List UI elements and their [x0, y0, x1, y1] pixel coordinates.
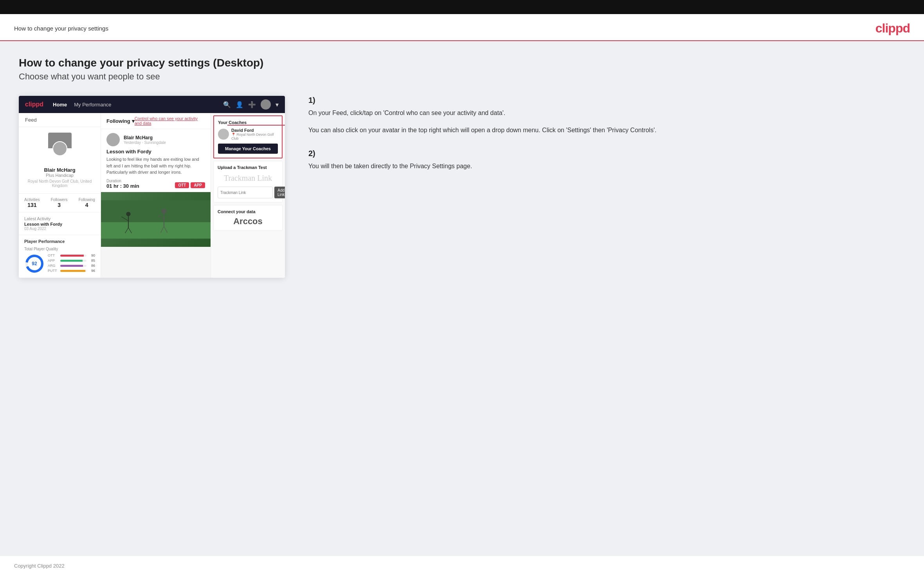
svg-point-5 — [126, 212, 130, 216]
svg-text:92: 92 — [32, 261, 37, 266]
bar-arg: ARG 86 — [48, 264, 95, 268]
stat-following-value: 4 — [79, 202, 95, 208]
instructions: 1) On your Feed, click/tap on 'Control w… — [301, 96, 905, 185]
site-footer: Copyright Clippd 2022 — [0, 555, 924, 576]
coaches-section: Your Coaches David Ford 📍 Royal North De… — [213, 115, 283, 158]
stat-activities-label: Activities — [24, 198, 40, 202]
quality-row: 92 OTT 90 APP — [24, 253, 95, 274]
profile-club: Royal North Devon Golf Club, United King… — [24, 179, 95, 188]
stat-activities: Activities 131 — [24, 198, 40, 208]
feed-header: Following ▾ Control who can see your act… — [101, 113, 211, 129]
svg-point-10 — [162, 209, 167, 214]
instruction-step2: 2) You will then be taken directly to th… — [308, 149, 905, 171]
nav-home[interactable]: Home — [53, 102, 67, 108]
breadcrumb: How to change your privacy settings — [14, 25, 108, 32]
latest-activity-name: Lesson with Fordy — [24, 222, 95, 226]
trackman-input-row: Add Link — [218, 187, 278, 198]
post-duration: Duration 01 hr : 30 min OTT APP — [101, 179, 211, 192]
pin-icon: 📍 — [231, 133, 236, 137]
connect-title: Connect your data — [218, 209, 278, 214]
latest-activity-label: Latest Activity — [24, 216, 95, 221]
stat-following: Following 4 — [79, 198, 95, 208]
bar-ott: OTT 90 — [48, 253, 95, 257]
quality-bars: OTT 90 APP 85 ARG — [48, 253, 95, 274]
trackman-link-label: Trackman Link — [218, 174, 278, 183]
search-icon[interactable]: 🔍 — [223, 101, 231, 108]
coach-info: David Ford 📍 Royal North Devon Golf Club — [231, 128, 278, 140]
clippd-logo: clippd — [875, 21, 910, 36]
latest-activity-date: 03 Aug 2022 — [24, 226, 95, 231]
post-description: Looking to feel like my hands are exitin… — [101, 156, 211, 179]
page-title: How to change your privacy settings (Des… — [19, 57, 905, 69]
chevron-down-icon: ▾ — [132, 118, 135, 124]
latest-activity: Latest Activity Lesson with Fordy 03 Aug… — [19, 212, 101, 235]
step1-number: 1) — [308, 96, 905, 105]
stat-followers-label: Followers — [51, 198, 68, 202]
nav-my-performance[interactable]: My Performance — [74, 102, 111, 108]
feed-post: Blair McHarg Yesterday · Sunningdale Les… — [101, 129, 211, 247]
step2-text: You will then be taken directly to the P… — [308, 161, 905, 171]
quality-label: Total Player Quality — [24, 247, 95, 251]
profile-card: Blair McHarg Plus Handicap Royal North D… — [19, 127, 101, 194]
navbar-icons: 🔍 👤 ➕ ▾ — [223, 99, 279, 110]
trackman-title: Upload a Trackman Test — [218, 165, 278, 170]
post-avatar — [106, 133, 120, 146]
coach-club: 📍 Royal North Devon Golf Club — [231, 133, 278, 140]
site-header: How to change your privacy settings clip… — [0, 14, 924, 41]
add-link-button[interactable]: Add Link — [274, 187, 285, 198]
post-title: Lesson with Fordy — [101, 149, 211, 156]
bar-app: APP 85 — [48, 259, 95, 262]
stat-following-label: Following — [79, 198, 95, 202]
stat-followers: Followers 3 — [51, 198, 68, 208]
arccos-brand: Arccos — [218, 216, 278, 226]
profile-avatar-wrap — [48, 133, 72, 156]
following-dropdown[interactable]: Following ▾ — [106, 118, 135, 124]
privacy-control-link[interactable]: Control who can see your activity and da… — [135, 116, 205, 126]
step2-number: 2) — [308, 149, 905, 158]
feed-tab[interactable]: Feed — [19, 113, 101, 127]
bar-putt: PUTT 96 — [48, 269, 95, 273]
post-image — [101, 192, 211, 247]
profile-handicap: Plus Handicap — [24, 173, 95, 178]
trackman-section: Upload a Trackman Test Trackman Link Add… — [213, 161, 283, 203]
stat-activities-value: 131 — [24, 202, 40, 208]
app-feed: Following ▾ Control who can see your act… — [101, 113, 211, 278]
top-bar — [0, 0, 924, 14]
coaches-title: Your Coaches — [218, 120, 278, 125]
page-subtitle: Choose what you want people to see — [19, 72, 905, 82]
chevron-down-icon[interactable]: ▾ — [276, 101, 279, 108]
stat-followers-value: 3 — [51, 202, 68, 208]
post-badges: OTT APP — [175, 182, 205, 188]
app-right-panel: Your Coaches David Ford 📍 Royal North De… — [211, 113, 285, 278]
player-perf-title: Player Performance — [24, 239, 95, 244]
main-content: How to change your privacy settings (Des… — [0, 41, 924, 555]
post-author-info: Blair McHarg Yesterday · Sunningdale — [124, 135, 166, 145]
post-duration-value: 01 hr : 30 min — [106, 183, 139, 189]
profile-name: Blair McHarg — [24, 167, 95, 173]
avatar[interactable] — [261, 99, 271, 110]
coach-row: David Ford 📍 Royal North Devon Golf Club — [218, 128, 278, 140]
app-logo: clippd — [25, 101, 43, 108]
donut-chart: 92 — [24, 253, 45, 274]
badge-app: APP — [191, 182, 205, 188]
step1-extra: You can also click on your avatar in the… — [308, 125, 905, 135]
step1-text: On your Feed, click/tap on 'Control who … — [308, 108, 905, 118]
manage-coaches-button[interactable]: Manage Your Coaches — [218, 144, 278, 154]
post-header: Blair McHarg Yesterday · Sunningdale — [101, 129, 211, 149]
trackman-input[interactable] — [218, 187, 273, 198]
app-body: Feed Blair McHarg Plus Handicap Royal No… — [19, 113, 285, 278]
post-meta: Yesterday · Sunningdale — [124, 140, 166, 145]
badge-ott: OTT — [175, 182, 189, 188]
app-navbar: clippd Home My Performance 🔍 👤 ➕ ▾ — [19, 96, 285, 113]
post-author-name: Blair McHarg — [124, 135, 166, 140]
coach-name: David Ford — [231, 128, 278, 133]
player-performance: Player Performance Total Player Quality … — [19, 235, 101, 278]
profile-stats: Activities 131 Followers 3 Following 4 — [19, 194, 101, 212]
person-icon[interactable]: 👤 — [236, 101, 243, 108]
instruction-step1: 1) On your Feed, click/tap on 'Control w… — [308, 96, 905, 135]
plus-icon[interactable]: ➕ — [248, 101, 256, 108]
footer-copyright: Copyright Clippd 2022 — [14, 563, 65, 569]
svg-rect-4 — [101, 222, 211, 239]
app-mockup: clippd Home My Performance 🔍 👤 ➕ ▾ Feed — [19, 96, 285, 278]
app-sidebar: Feed Blair McHarg Plus Handicap Royal No… — [19, 113, 101, 278]
